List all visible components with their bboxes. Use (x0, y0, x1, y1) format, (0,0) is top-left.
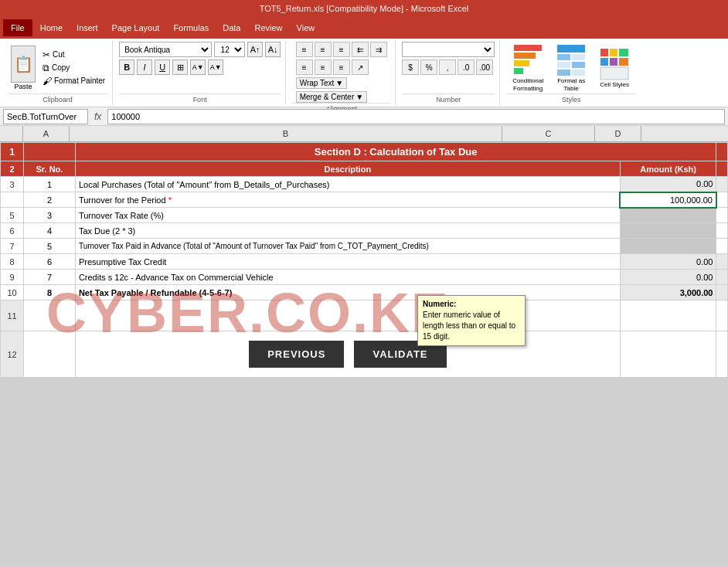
amount-7[interactable]: 0.00 (620, 270, 716, 285)
desc-6[interactable]: Presumptive Tax Credit (75, 254, 620, 270)
amount-3[interactable] (620, 208, 716, 223)
font-group: Book Antiqua 12 A↑ A↓ B I U ⊞ A▼ A▼ (114, 40, 286, 105)
svg-rect-14 (600, 58, 608, 66)
title-bar: TOT5_Return.xls [Compatibility Mode] - M… (0, 0, 728, 17)
increase-font-button[interactable]: A↑ (247, 42, 263, 57)
cut-button[interactable]: ✂ Cut (40, 49, 107, 61)
sub-header-row: 2 Sr. No. Description Amount (Ksh) (1, 161, 728, 177)
previous-button[interactable]: PREVIOUS (249, 341, 344, 368)
amount-5[interactable] (620, 239, 716, 254)
amount-8[interactable]: 3,000.00 (620, 285, 716, 300)
align-top-right-button[interactable]: ≡ (333, 42, 350, 57)
bold-button[interactable]: B (119, 59, 134, 75)
paste-button[interactable]: 📋 Paste (8, 44, 39, 92)
formula-input[interactable] (107, 109, 725, 124)
row-num-11: 11 (1, 300, 24, 331)
font-name-select[interactable]: Book Antiqua (119, 42, 212, 57)
styles-group: Conditional Formatting (502, 40, 641, 105)
align-top-left-button[interactable]: ≡ (296, 42, 313, 57)
comma-button[interactable]: , (439, 59, 456, 75)
merge-center-label: Merge & Center (300, 93, 355, 101)
wrap-text-button[interactable]: Wrap Text ▼ (296, 77, 348, 89)
table-row: 3 1 Local Purchases (Total of "Amount" f… (1, 177, 728, 192)
conditional-formatting-button[interactable]: Conditional Formatting (508, 43, 548, 92)
decrease-indent-button[interactable]: ⇇ (352, 42, 369, 57)
amount-header: Amount (Ksh) (620, 161, 716, 177)
amount-1[interactable]: 0.00 (620, 177, 716, 192)
menu-view[interactable]: View (291, 22, 321, 34)
amount-4[interactable] (620, 223, 716, 239)
row-num-4: 4 (1, 192, 24, 208)
format-as-table-button[interactable]: Format as Table (551, 43, 591, 92)
amount-6[interactable]: 0.00 (620, 254, 716, 270)
desc-5[interactable]: Turnover Tax Paid in Advance (Total of "… (75, 239, 620, 254)
decrease-font-button[interactable]: A↓ (265, 42, 281, 57)
align-center-button[interactable]: ≡ (315, 59, 332, 75)
buttons-d (716, 331, 728, 378)
row-num-9: 9 (1, 270, 24, 285)
fill-color-button[interactable]: A▼ (190, 59, 206, 75)
sr-6[interactable]: 6 (24, 254, 76, 270)
buttons-b: PREVIOUS VALIDATE (75, 331, 620, 378)
svg-rect-9 (557, 70, 570, 76)
desc-1[interactable]: Local Purchases (Total of "Amount" from … (75, 177, 620, 192)
border-button[interactable]: ⊞ (172, 59, 188, 75)
align-right-button[interactable]: ≡ (333, 59, 350, 75)
desc-7[interactable]: Credits s 12c - Advance Tax on Commercia… (75, 270, 620, 285)
menu-home[interactable]: Home (34, 22, 69, 34)
name-box[interactable] (3, 109, 88, 124)
file-button[interactable]: File (3, 19, 32, 36)
title-text: TOT5_Return.xls [Compatibility Mode] - M… (260, 4, 469, 13)
copy-button[interactable]: ⧉ Copy (40, 62, 107, 74)
table-row: 5 3 Turnover Tax Rate (%) (1, 208, 728, 223)
decrease-decimal-button[interactable]: .0 (458, 59, 475, 75)
menu-bar: File Home Insert Page Layout Formulas Da… (0, 17, 728, 39)
clipboard-group-content: 📋 Paste ✂ Cut ⧉ Copy 🖌 Format Painter (8, 42, 107, 93)
desc-8[interactable]: Net Tax Payable / Refundable (4-5-6-7) (75, 285, 620, 300)
menu-formulas[interactable]: Formulas (167, 22, 215, 34)
tooltip-box: Numeric: Enter numeric value of length l… (417, 295, 526, 346)
sr-1[interactable]: 1 (24, 177, 76, 192)
desc-4[interactable]: Tax Due (2 * 3) (75, 223, 620, 239)
align-top-center-button[interactable]: ≡ (315, 42, 332, 57)
cell-styles-button[interactable]: Cell Styles (594, 47, 634, 89)
menu-data[interactable]: Data (216, 22, 247, 34)
sr-8[interactable]: 8 (24, 285, 76, 300)
sr-3[interactable]: 3 (24, 208, 76, 223)
number-format-select[interactable] (402, 42, 495, 57)
svg-rect-17 (600, 67, 628, 80)
orientation-button[interactable]: ↗ (352, 59, 369, 75)
increase-indent-button[interactable]: ⇉ (370, 42, 387, 57)
desc-2[interactable]: Turnover for the Period * (75, 192, 620, 208)
percent-button[interactable]: % (420, 59, 437, 75)
desc-3[interactable]: Turnover Tax Rate (%) (75, 208, 620, 223)
sr-4[interactable]: 4 (24, 223, 76, 239)
number-group-label: Number (402, 93, 495, 104)
svg-rect-0 (514, 45, 542, 51)
menu-insert[interactable]: Insert (70, 22, 104, 34)
underline-button[interactable]: U (155, 59, 170, 75)
align-left-button[interactable]: ≡ (296, 59, 313, 75)
styles-group-content: Conditional Formatting (508, 42, 634, 93)
alignment-group: ≡ ≡ ≡ ⇇ ⇉ ≡ ≡ ≡ ↗ Wrap Text ▼ (287, 40, 396, 105)
title-row: 1 Section D : Calculation of Tax Due (1, 143, 728, 161)
sr-5[interactable]: 5 (24, 239, 76, 254)
amount-2[interactable]: 100,000.00 (620, 192, 716, 208)
menu-page-layout[interactable]: Page Layout (106, 22, 166, 34)
svg-rect-5 (557, 54, 570, 60)
merge-center-button[interactable]: Merge & Center ▼ (296, 91, 368, 103)
increase-decimal-button[interactable]: .00 (476, 59, 493, 75)
font-color-button[interactable]: A▼ (208, 59, 223, 75)
sr-7[interactable]: 7 (24, 270, 76, 285)
sr-2[interactable]: 2 (24, 192, 76, 208)
svg-rect-8 (572, 62, 585, 68)
font-group-label: Font (119, 93, 281, 104)
menu-review[interactable]: Review (248, 22, 288, 34)
conditional-formatting-label: Conditional Formatting (508, 77, 548, 92)
svg-rect-16 (619, 58, 628, 66)
currency-button[interactable]: $ (402, 59, 419, 75)
format-painter-button[interactable]: 🖌 Format Painter (40, 75, 107, 87)
font-size-select[interactable]: 12 (214, 42, 245, 57)
italic-button[interactable]: I (137, 59, 152, 75)
title-cell[interactable]: Section D : Calculation of Tax Due (75, 143, 716, 161)
